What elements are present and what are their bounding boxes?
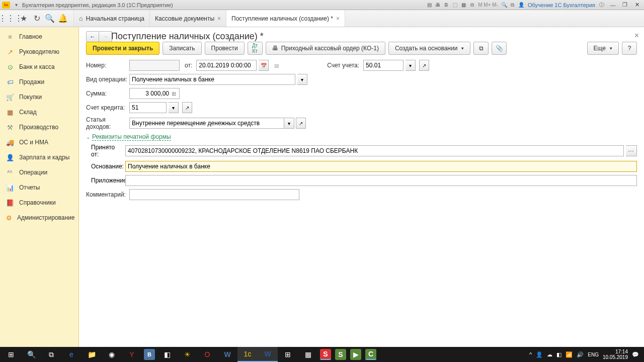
sidebar-item-operations[interactable]: ᴬᵏОперации xyxy=(0,165,78,180)
app-icon-2[interactable]: ▦ xyxy=(298,347,318,362)
start-button[interactable]: ⊞ xyxy=(1,347,21,362)
tray-app-icon[interactable]: ◧ xyxy=(556,351,561,358)
task-view-button[interactable]: ⧉ xyxy=(41,347,61,362)
account-dropdown[interactable]: ▾ xyxy=(406,60,416,71)
app-icon-s1[interactable]: S xyxy=(320,349,331,360)
search-button[interactable]: 🔍 xyxy=(21,347,41,362)
op-type-input[interactable] xyxy=(129,74,295,85)
explorer-icon[interactable]: 📁 xyxy=(82,347,102,362)
app-icon-g1[interactable]: ▶ xyxy=(350,349,361,360)
bell-icon[interactable]: 🔔 xyxy=(56,12,69,25)
structure-button[interactable]: ⧉ xyxy=(473,42,489,55)
sidebar-item-production[interactable]: ⚒Производство xyxy=(0,120,78,135)
attach-button[interactable]: 📎 xyxy=(492,42,507,55)
info-icon[interactable]: ⓘ xyxy=(598,1,606,9)
credit-acc-input[interactable] xyxy=(129,102,167,113)
tool-icon-8[interactable]: ⧉ xyxy=(509,1,517,9)
sidebar-item-purchases[interactable]: 🛒Покупки xyxy=(0,89,78,105)
tray-notifications-icon[interactable]: 💬 xyxy=(632,351,639,358)
calendar-button[interactable]: 📅 xyxy=(259,60,269,71)
tab-close-icon[interactable]: × xyxy=(336,15,340,22)
calendar-icon[interactable]: ⧉ xyxy=(468,1,476,9)
number-input[interactable] xyxy=(129,60,180,71)
sidebar-item-manager[interactable]: ↗Руководителю xyxy=(0,44,78,59)
vk-icon[interactable]: В xyxy=(144,349,155,360)
income-item-input[interactable] xyxy=(129,118,284,129)
word-icon[interactable]: W xyxy=(258,347,278,362)
sidebar-item-sales[interactable]: 🏷Продажи xyxy=(0,74,78,89)
tray-wifi-icon[interactable]: 📶 xyxy=(566,351,573,358)
tray-up-icon[interactable]: ^ xyxy=(529,351,532,357)
app-icon-1[interactable]: ◧ xyxy=(157,347,177,362)
tab-cash-receipt[interactable]: Поступление наличных (создание) * × xyxy=(226,10,345,27)
yandex-icon[interactable]: Y xyxy=(122,347,142,362)
history-icon[interactable]: ↻ xyxy=(30,12,43,25)
maximize-button[interactable]: ❐ xyxy=(620,1,630,9)
basis-input[interactable] xyxy=(125,161,637,172)
nav-forward-button[interactable]: → xyxy=(99,31,112,42)
received-from-input[interactable] xyxy=(125,145,624,156)
dt-kt-button[interactable]: ДтКт xyxy=(248,42,263,55)
attachment-input[interactable] xyxy=(125,175,637,186)
sidebar-item-bank[interactable]: ⊙Банк и касса xyxy=(0,59,78,74)
tool-icon-1[interactable]: ▤ xyxy=(425,1,433,9)
tab-home[interactable]: ⌂ Начальная страница xyxy=(74,10,150,27)
sidebar-item-reports[interactable]: 📊Отчеты xyxy=(0,180,78,195)
edge-icon[interactable]: e xyxy=(61,347,82,362)
apps-icon[interactable]: ⋮⋮⋮ xyxy=(4,12,17,25)
sidebar-item-admin[interactable]: ⚙Администрирование xyxy=(0,210,78,225)
credit-acc-dropdown[interactable]: ▾ xyxy=(169,102,179,113)
tray-clock[interactable]: 17:14 10.05.2019 xyxy=(603,349,628,360)
opera-icon[interactable]: O xyxy=(197,347,217,362)
m-labels[interactable]: M M+ M- xyxy=(476,2,500,8)
tool-icon-4[interactable]: ⬚ xyxy=(451,1,459,9)
page-close-icon[interactable]: × xyxy=(634,31,639,40)
list-icon[interactable]: ≣ xyxy=(274,61,280,69)
close-button[interactable]: ✕ xyxy=(632,1,642,9)
amount-input[interactable] xyxy=(129,88,180,99)
star-icon[interactable]: ★ xyxy=(17,12,30,25)
sidebar-item-warehouse[interactable]: ▦Склад xyxy=(0,105,78,120)
sidebar-item-catalogs[interactable]: 📕Справочники xyxy=(0,195,78,210)
nav-back-button[interactable]: ← xyxy=(86,31,99,42)
submit-button[interactable]: Провести xyxy=(205,42,245,55)
sidebar-item-salary[interactable]: 👤Зарплата и кадры xyxy=(0,150,78,165)
1c-app-icon[interactable]: 1с xyxy=(237,347,258,362)
credit-acc-open[interactable]: ↗ xyxy=(182,102,192,113)
more-button[interactable]: Еще xyxy=(587,42,619,55)
tab-cash-docs[interactable]: Кассовые документы × xyxy=(150,10,226,27)
create-based-button[interactable]: Создать на основании xyxy=(388,42,471,55)
income-item-open[interactable]: ↗ xyxy=(296,118,306,129)
tray-sound-icon[interactable]: 🔊 xyxy=(577,351,584,358)
received-from-ellipsis[interactable]: ··· xyxy=(626,145,637,156)
account-open-button[interactable]: ↗ xyxy=(419,60,429,71)
print-details-section[interactable]: ⌄ Реквизиты печатной формы xyxy=(86,133,637,141)
save-button[interactable]: Записать xyxy=(163,42,201,55)
chrome-icon[interactable]: ◉ xyxy=(102,347,122,362)
print-order-button[interactable]: 🖶Приходный кассовый ордер (КО-1) xyxy=(266,42,385,55)
dropdown-icon[interactable]: ▾ xyxy=(12,1,20,9)
help-button[interactable]: ? xyxy=(622,42,637,55)
tray-cloud-icon[interactable]: ☁ xyxy=(547,351,552,358)
comment-input[interactable] xyxy=(129,189,299,200)
print-icon[interactable]: 🖶 xyxy=(434,1,442,9)
sidebar-item-assets[interactable]: 🚚ОС и НМА xyxy=(0,135,78,150)
op-type-dropdown[interactable]: ▾ xyxy=(297,74,307,85)
tool-icon-5[interactable]: ▦ xyxy=(459,1,467,9)
tool-icon-7[interactable]: 🔍 xyxy=(500,1,508,9)
search-icon[interactable]: 🔍 xyxy=(43,12,56,25)
account-input[interactable] xyxy=(363,60,404,71)
user-name[interactable]: Обучение 1С Бухгалтерия xyxy=(526,2,597,8)
date-input[interactable] xyxy=(196,60,257,71)
app-icon-g2[interactable]: C xyxy=(365,349,376,360)
tab-close-icon[interactable]: × xyxy=(217,15,221,22)
sidebar-item-main[interactable]: ≡Главное xyxy=(0,29,78,44)
sun-icon[interactable]: ☀ xyxy=(177,347,197,362)
minimize-button[interactable]: — xyxy=(608,1,618,9)
income-item-dropdown[interactable]: ▾ xyxy=(284,118,294,129)
tool-icon-3[interactable]: 🗎 xyxy=(442,1,450,9)
calc-icon[interactable]: ⊞ xyxy=(278,347,298,362)
tray-lang[interactable]: ENG xyxy=(588,352,599,357)
submit-and-close-button[interactable]: Провести и закрыть xyxy=(86,42,159,55)
app-icon-s2[interactable]: S xyxy=(335,349,346,360)
